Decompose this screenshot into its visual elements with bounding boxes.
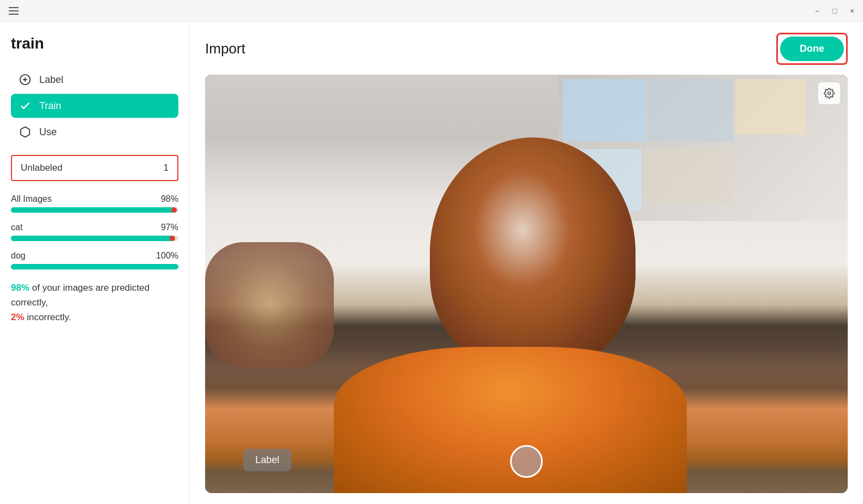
- summary-text-after: incorrectly.: [27, 312, 71, 322]
- scene-bg: [205, 75, 848, 493]
- progress-bar-all: [11, 207, 178, 213]
- close-button[interactable]: ×: [848, 7, 856, 15]
- train-icon: [19, 99, 32, 112]
- summary-text-before: of your images are predicted correctly,: [11, 283, 149, 308]
- maximize-button[interactable]: □: [830, 7, 839, 15]
- progress-fill-dog: [11, 264, 178, 269]
- progress-bar-cat: [11, 236, 178, 241]
- sidebar-item-train[interactable]: Train: [11, 94, 178, 118]
- stat-name-dog: dog: [11, 251, 26, 261]
- gear-button[interactable]: [818, 82, 840, 104]
- person-head: [430, 137, 636, 368]
- main-content: Import Done: [190, 22, 863, 504]
- use-icon: [19, 125, 32, 139]
- progress-bar-dog: [11, 264, 178, 269]
- correct-pct: 98%: [11, 283, 29, 293]
- label-icon: [19, 73, 32, 86]
- camera-feed: Label: [205, 75, 848, 493]
- stat-all-images: All Images 98%: [11, 194, 178, 213]
- app-window: − □ × train Label: [0, 0, 863, 504]
- sidebar-title: train: [11, 35, 178, 52]
- minimize-button[interactable]: −: [813, 7, 822, 15]
- stat-name-cat: cat: [11, 223, 22, 232]
- label-overlay-button[interactable]: Label: [243, 449, 291, 471]
- stat-cat: cat 97%: [11, 223, 178, 241]
- hamburger-menu[interactable]: [9, 7, 19, 15]
- sidebar-use-text: Use: [39, 127, 57, 138]
- progress-fill-all: [11, 207, 175, 213]
- incorrect-pct: 2%: [11, 312, 25, 322]
- main-header: Import Done: [205, 33, 848, 65]
- stat-name-all: All Images: [11, 194, 52, 204]
- done-button[interactable]: Done: [780, 37, 844, 61]
- sidebar-label-text: Label: [39, 74, 63, 86]
- svg-point-1: [828, 92, 831, 95]
- stat-pct-all: 98%: [161, 194, 178, 204]
- import-title: Import: [205, 40, 245, 57]
- stat-pct-cat: 97%: [161, 223, 178, 232]
- stats-section: All Images 98% cat 97%: [11, 194, 178, 269]
- summary-text: 98% of your images are predicted correct…: [11, 280, 178, 325]
- window-controls: − □ ×: [813, 7, 856, 15]
- sidebar-train-text: Train: [39, 100, 61, 112]
- sidebar-item-use[interactable]: Use: [11, 120, 178, 144]
- stat-pct-dog: 100%: [156, 251, 178, 261]
- unlabeled-label: Unlabeled: [21, 163, 63, 173]
- unlabeled-box[interactable]: Unlabeled 1: [11, 155, 178, 181]
- sidebar-item-label[interactable]: Label: [11, 68, 178, 92]
- stat-dog: dog 100%: [11, 251, 178, 269]
- content-area: train Label Train: [0, 22, 863, 504]
- person-shirt: [334, 347, 687, 493]
- title-bar: − □ ×: [0, 0, 863, 22]
- sidebar: train Label Train: [0, 22, 190, 504]
- progress-fill-cat: [11, 236, 173, 241]
- unlabeled-count: 1: [164, 163, 169, 173]
- capture-button[interactable]: [510, 445, 543, 478]
- done-button-wrapper: Done: [776, 33, 848, 65]
- video-container: Label: [205, 75, 848, 493]
- toys: [205, 242, 334, 368]
